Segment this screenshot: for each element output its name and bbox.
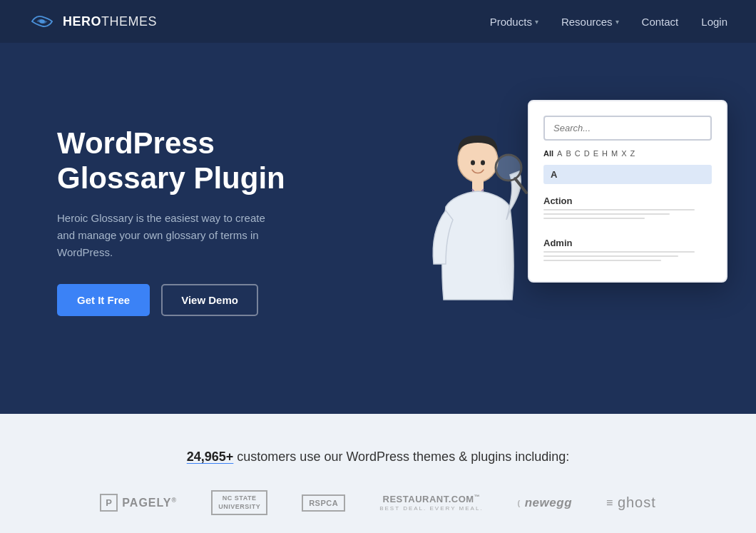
- svg-point-5: [471, 161, 475, 166]
- term-line: [543, 251, 695, 253]
- glossary-alphabet: All A B C D E H M X Z: [543, 149, 712, 158]
- svg-point-0: [39, 19, 44, 24]
- navbar: HEROTHEMES Products ▾ Resources ▾ Contac…: [0, 0, 756, 43]
- alpha-c[interactable]: C: [575, 149, 581, 158]
- logo-icon: [29, 11, 56, 31]
- term-lines-action: [543, 209, 712, 219]
- view-demo-button[interactable]: View Demo: [161, 284, 258, 316]
- pagely-box-icon: P: [100, 494, 118, 512]
- hero-buttons: Get It Free View Demo: [57, 284, 285, 316]
- logo-ghost: ≡ ghost: [606, 494, 656, 511]
- hero-title: WordPressGlossary Plugin: [57, 126, 285, 196]
- logo-ncstate: NC STATEUNIVERSITY: [211, 490, 267, 515]
- nav-link-contact[interactable]: Contact: [642, 16, 679, 28]
- alpha-e[interactable]: E: [593, 149, 598, 158]
- glossary-term-action: Action: [543, 190, 712, 225]
- nav-item-resources[interactable]: Resources ▾: [561, 16, 619, 28]
- glossary-term-admin: Admin: [543, 232, 712, 267]
- pagely-label: PAGELY®: [122, 497, 177, 509]
- chevron-down-icon: ▾: [535, 18, 538, 26]
- svg-rect-2: [472, 178, 484, 191]
- nav-link-login[interactable]: Login: [701, 16, 727, 28]
- get-it-free-button[interactable]: Get It Free: [57, 284, 150, 316]
- highlighted-letter: A: [543, 165, 712, 184]
- alpha-z[interactable]: Z: [630, 149, 635, 158]
- nav-item-contact[interactable]: Contact: [642, 16, 679, 28]
- restaurant-sublabel: BEST DEAL. EVERY MEAL.: [379, 505, 483, 512]
- newegg-paren-icon: (: [518, 499, 521, 507]
- term-lines-admin: [543, 251, 712, 261]
- logo-newegg: ( newegg: [518, 496, 572, 510]
- customer-count: 24,965+: [187, 450, 234, 464]
- ghost-lines-icon: ≡: [606, 497, 613, 509]
- term-name-action: Action: [543, 196, 712, 206]
- alpha-x[interactable]: X: [621, 149, 626, 158]
- term-line: [543, 218, 645, 219]
- logo-restaurant: RESTAURANT.COM™ BEST DEAL. EVERY MEAL.: [379, 494, 483, 512]
- chevron-down-icon: ▾: [615, 18, 619, 26]
- nav-item-login[interactable]: Login: [701, 16, 727, 28]
- social-proof-title: 24,965+ customers use our WordPress them…: [29, 450, 727, 465]
- term-line: [543, 255, 678, 257]
- alpha-h[interactable]: H: [602, 149, 608, 158]
- svg-point-4: [496, 155, 521, 181]
- hero-subtitle: Heroic Glossary is the easiest way to cr…: [57, 210, 285, 261]
- newegg-label: newegg: [525, 496, 572, 510]
- term-line: [543, 209, 695, 210]
- alpha-d[interactable]: D: [584, 149, 590, 158]
- brand-name: HEROTHEMES: [63, 14, 157, 29]
- nav-link-resources[interactable]: Resources ▾: [561, 16, 619, 28]
- hero-content: WordPressGlossary Plugin Heroic Glossary…: [57, 126, 285, 316]
- rspca-label: RSPCA: [302, 494, 345, 512]
- nav-links: Products ▾ Resources ▾ Contact Login: [490, 16, 727, 28]
- ncstate-label: NC STATEUNIVERSITY: [211, 490, 267, 515]
- term-line: [543, 260, 661, 261]
- nav-item-products[interactable]: Products ▾: [490, 16, 538, 28]
- glossary-search-input[interactable]: [543, 116, 712, 141]
- logo-pagely: P PAGELY®: [100, 494, 177, 512]
- hero-illustration: All A B C D E H M X Z A Action: [385, 86, 727, 357]
- nav-link-products[interactable]: Products ▾: [490, 16, 538, 28]
- alpha-a[interactable]: A: [557, 149, 562, 158]
- term-line: [543, 213, 670, 215]
- social-proof-section: 24,965+ customers use our WordPress them…: [0, 414, 756, 533]
- alpha-b[interactable]: B: [566, 149, 571, 158]
- alpha-all[interactable]: All: [543, 149, 553, 158]
- hero-section: WordPressGlossary Plugin Heroic Glossary…: [0, 43, 756, 414]
- svg-point-6: [481, 161, 485, 166]
- logo-rspca: RSPCA: [302, 494, 345, 512]
- restaurant-label: RESTAURANT.COM™: [383, 494, 481, 504]
- ghost-label: ghost: [618, 494, 656, 511]
- logo[interactable]: HEROTHEMES: [29, 11, 157, 31]
- glossary-card: All A B C D E H M X Z A Action: [528, 100, 727, 283]
- logos-row-1: P PAGELY® NC STATEUNIVERSITY RSPCA RESTA…: [29, 490, 727, 515]
- term-name-admin: Admin: [543, 238, 712, 248]
- alpha-m[interactable]: M: [611, 149, 618, 158]
